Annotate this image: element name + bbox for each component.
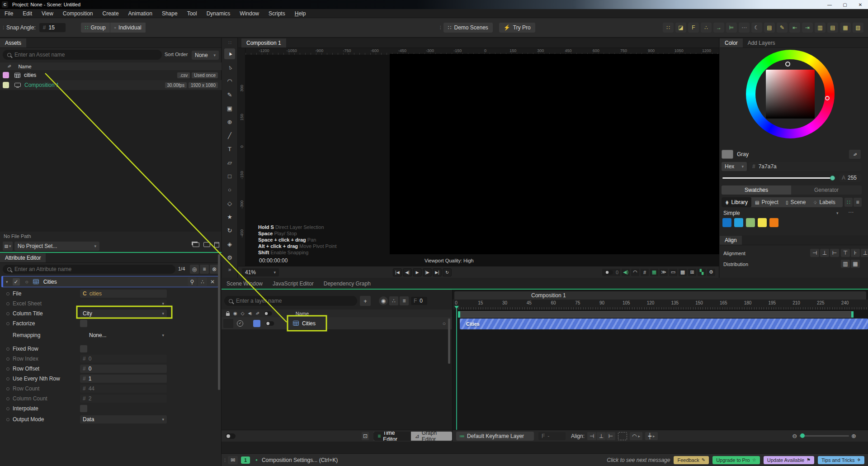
project-icon-button[interactable]: ▤▾ (3, 242, 13, 251)
row-count-field[interactable]: #44 (80, 385, 167, 393)
swatch-group-select[interactable]: Simple (723, 210, 740, 216)
viewport-option-button[interactable]: ≫ (660, 269, 668, 276)
alignment-button[interactable]: ⊥ (820, 249, 829, 257)
color-mode-select[interactable]: Hex▾ (722, 162, 747, 171)
menu-item[interactable]: Scripts (269, 10, 285, 17)
display-filter-button[interactable]: ≡ (400, 296, 409, 305)
zoom-in-icon[interactable]: ⊕ (851, 433, 856, 439)
tab-assets[interactable]: Assets (0, 38, 26, 48)
viewport-option-button[interactable]: ▚ (698, 269, 706, 276)
color-swatch[interactable] (769, 218, 778, 227)
sv-marker[interactable] (785, 62, 790, 67)
keyframe-layer-select[interactable]: ≔Default Keyframe Layer (456, 432, 534, 441)
socket-icon[interactable]: ○ (443, 320, 446, 327)
name-column-header[interactable]: Name (18, 64, 31, 69)
distribution-button[interactable]: ▦ (851, 260, 860, 268)
add-layer-button[interactable]: + (360, 296, 371, 306)
viewport-option-button[interactable]: ⚙ (707, 269, 715, 276)
viewport-option-button[interactable]: ▩ (679, 269, 687, 276)
toolbar-icon-button[interactable]: F (688, 23, 699, 33)
time-editor-button[interactable]: ≡Time Editor (373, 432, 410, 441)
toolstrip-grip[interactable]: ∷ (228, 40, 231, 46)
asset-search[interactable] (3, 50, 162, 60)
frame-filter-field[interactable]: F0 (411, 297, 427, 305)
ease-button[interactable]: ◠▸ (630, 432, 642, 440)
remapping-select[interactable]: None...▾ (80, 331, 167, 339)
toolstrip-overflow-button[interactable]: » (228, 266, 231, 273)
layer-scrollbar[interactable] (448, 319, 450, 364)
work-area-start-handle[interactable] (458, 311, 460, 318)
visibility-checkbox[interactable]: ✓ (237, 320, 243, 327)
close-icon[interactable]: ✕ (208, 279, 217, 285)
tool-button[interactable]: ◠ (224, 76, 235, 86)
alignment-button[interactable]: ⊢ (830, 249, 839, 257)
menu-item[interactable]: Window (240, 10, 259, 17)
hex-field[interactable]: #7a7a7a (749, 162, 862, 171)
snap-keys-button[interactable]: ┿▸ (645, 432, 658, 440)
work-area-end-handle[interactable] (851, 311, 854, 318)
column-count-field[interactable]: #2 (80, 395, 167, 403)
add-attribute-button[interactable]: ≡ (200, 265, 209, 274)
socket[interactable] (6, 418, 9, 421)
transport-button[interactable]: ▶| (433, 268, 442, 276)
tool-button[interactable]: ▱ (224, 157, 235, 168)
toolbar-icon-button[interactable]: ☾ (751, 23, 762, 33)
tab-swatches[interactable]: Swatches (722, 185, 791, 195)
minimize-button[interactable]: — (822, 0, 837, 9)
scene-tab[interactable]: ▯Scene (782, 199, 810, 205)
socket[interactable] (6, 322, 9, 325)
menu-item[interactable]: Shape (162, 10, 178, 17)
toolbar-icon-button[interactable]: ⊨ (726, 23, 737, 33)
toolbar-icon-button[interactable]: ▦ (840, 23, 851, 33)
viewport-option-button[interactable]: ◠ (631, 269, 639, 276)
bottom-tab[interactable]: Dependency Graph (319, 279, 376, 288)
socket-icon[interactable]: ○ (25, 279, 28, 285)
menu-item[interactable]: Create (103, 10, 119, 17)
socket[interactable] (6, 357, 9, 361)
tool-button[interactable]: ⊕ (224, 116, 235, 127)
transport-button[interactable]: ▶ (413, 268, 422, 276)
cities-track-bar[interactable]: Cities (460, 319, 868, 329)
node-filter-button[interactable]: ∴ (389, 296, 398, 305)
close-button[interactable]: ✕ (853, 0, 868, 9)
socket[interactable] (6, 387, 9, 390)
tag-toggle-icon[interactable] (264, 311, 272, 316)
individual-mode-button[interactable]: ▫Individual (110, 23, 146, 33)
socket[interactable] (6, 347, 9, 351)
transport-button[interactable]: |◀ (393, 268, 402, 276)
menu-item[interactable]: File (5, 10, 13, 17)
zoom-level-select[interactable]: 41%▾ (242, 268, 279, 276)
eyedropper-button[interactable]: ✎ (849, 150, 861, 159)
menu-item[interactable]: Dynamics (207, 10, 231, 17)
drag-handle-icon[interactable]: ⁞ (3, 25, 4, 30)
socket[interactable] (6, 302, 9, 305)
row-index-field[interactable]: #0 (80, 355, 167, 363)
distribution-button[interactable]: ▥ (841, 260, 850, 268)
tool-button[interactable]: ▻ (224, 62, 235, 73)
fixed-row-checkbox[interactable] (80, 345, 87, 352)
solo-button[interactable]: ⊡ (362, 432, 369, 440)
keyframe-align-button[interactable]: ⊢ (606, 432, 615, 440)
socket[interactable] (6, 312, 9, 315)
column-title-select[interactable]: City▾ (80, 309, 167, 318)
toolbar-icon-button[interactable]: ⇥ (802, 23, 813, 33)
tab-generator[interactable]: Generator (791, 185, 862, 195)
tool-button[interactable]: ↻ (224, 225, 235, 236)
socket[interactable] (6, 292, 9, 295)
playhead-marker[interactable] (454, 306, 459, 309)
socket[interactable] (6, 397, 9, 400)
toolbar-icon-button[interactable]: → (713, 23, 724, 33)
status-message[interactable]: Composition Settings... (Ctrl+K) (262, 457, 338, 463)
bottom-tab[interactable]: Scene Window (222, 279, 268, 288)
project-select[interactable]: No Project Set...▾ (14, 242, 99, 251)
update-available-button[interactable]: Update Available⚑ (764, 456, 814, 464)
tab-attribute-editor[interactable]: Attribute Editor (0, 253, 46, 262)
viewport-option-button[interactable]: ◀) (622, 269, 630, 276)
bottom-tab[interactable]: JavaScript Editor (268, 279, 319, 288)
timeline-zoom-handle[interactable] (800, 433, 805, 438)
next-message-hint[interactable]: Click to see next message (607, 457, 670, 463)
maximize-button[interactable]: ▢ (837, 0, 853, 9)
folder-icon[interactable] (193, 243, 199, 247)
tool-button[interactable]: ◇ (224, 198, 235, 209)
monitor-icon[interactable] (203, 242, 210, 247)
